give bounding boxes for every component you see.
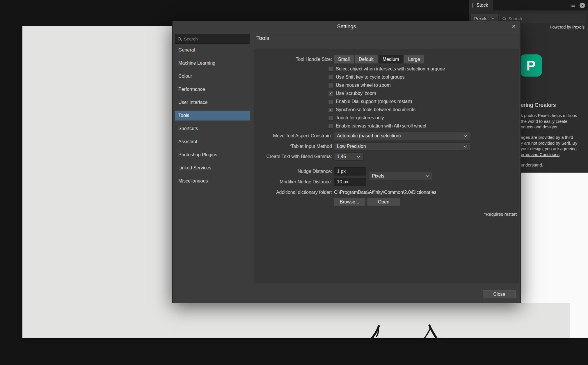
sidebar-item-photoshop-plugins[interactable]: Photoshop Plugins bbox=[175, 150, 250, 160]
sidebar-item-performance[interactable]: Performance bbox=[175, 84, 250, 94]
tool-handle-size-label: Tool Handle Size: bbox=[296, 55, 332, 63]
panel-drag-handle-icon: ∥ bbox=[472, 3, 474, 8]
open-button[interactable]: Open bbox=[367, 198, 400, 206]
stock-results-area-strip bbox=[570, 303, 588, 338]
nudge-distance-input[interactable] bbox=[334, 167, 366, 176]
dictionary-folder-label: Additional dictionary folder: bbox=[276, 188, 332, 196]
tools-checkbox-group: Select object when intersects with selec… bbox=[328, 65, 445, 130]
settings-search-box bbox=[175, 34, 250, 44]
chevron-down-icon bbox=[357, 155, 360, 158]
chevron-down-icon bbox=[463, 135, 467, 137]
checkbox-row: Touch for gestures only bbox=[328, 114, 445, 122]
dropdown-value: Automatic (based on selection) bbox=[337, 133, 401, 139]
settings-search-input[interactable] bbox=[183, 36, 247, 42]
sidebar-item-shortcuts[interactable]: Shortcuts bbox=[175, 124, 250, 134]
stock-info-line: oducts and designs. bbox=[521, 124, 577, 130]
settings-sidebar: General Machine Learning Colour Performa… bbox=[175, 34, 250, 189]
nudge-units-dropdown[interactable]: Pixels bbox=[369, 172, 432, 180]
sidebar-item-assistant[interactable]: Assistant bbox=[175, 137, 250, 147]
stock-info-paragraph-3: understand. bbox=[521, 162, 543, 168]
stock-info-line: y are not provided by Serif. By bbox=[521, 141, 577, 146]
checkbox-row: Enable Dial support (requires restart) bbox=[328, 98, 445, 106]
sidebar-item-tools[interactable]: Tools bbox=[175, 111, 250, 121]
dropdown-value: Pixels bbox=[372, 173, 384, 179]
sidebar-item-user-interface[interactable]: User Interface bbox=[175, 98, 250, 107]
sidebar-item-general[interactable]: General bbox=[175, 45, 250, 55]
checkbox-label: Enable canvas rotation with Alt+scroll w… bbox=[336, 123, 426, 129]
checkbox-mouse-wheel-zoom[interactable] bbox=[328, 83, 333, 88]
requires-restart-note: *Requires restart bbox=[484, 212, 517, 217]
panel-close-icon[interactable]: × bbox=[580, 3, 585, 8]
checkbox-label: Use Shift key to cycle tool groups bbox=[336, 75, 405, 80]
stock-info-paragraph-2: ages are provided by a third y are not p… bbox=[521, 135, 577, 157]
stock-info-paragraph-1: k photos Pexels helps millions the world… bbox=[521, 113, 577, 130]
checkbox-row: Enable canvas rotation with Alt+scroll w… bbox=[328, 122, 445, 130]
checkbox-label: Enable Dial support (requires restart) bbox=[336, 99, 412, 104]
checkbox-touch-gestures[interactable] bbox=[328, 116, 333, 121]
canvas-artwork bbox=[343, 297, 448, 346]
segment-default[interactable]: Default bbox=[355, 55, 378, 63]
checkbox-scrubby-zoom[interactable]: ✓ bbox=[328, 91, 333, 96]
pexels-logo: P bbox=[520, 54, 542, 77]
stock-info-heading: ering Creators bbox=[521, 102, 556, 108]
stock-tab[interactable]: ∥ Stock bbox=[469, 0, 493, 10]
sidebar-item-colour[interactable]: Colour bbox=[175, 71, 250, 81]
stock-info-line: k photos Pexels helps millions bbox=[521, 113, 577, 119]
powered-by-text: Powered by bbox=[550, 25, 571, 29]
settings-dialog: Settings × General Machine Learning Colo… bbox=[172, 21, 521, 303]
chevron-down-icon bbox=[463, 145, 467, 148]
stock-tab-label: Stock bbox=[477, 3, 488, 8]
search-icon bbox=[178, 37, 181, 40]
sidebar-item-miscellaneous[interactable]: Miscellaneous bbox=[175, 176, 250, 186]
chevron-down-icon bbox=[491, 17, 494, 20]
move-tool-aspect-label: Move Tool Aspect Constrain: bbox=[273, 132, 332, 140]
checkbox-label: Select object when intersects with selec… bbox=[336, 66, 445, 72]
dialog-close-icon[interactable]: × bbox=[510, 23, 518, 30]
dropdown-value: 1,45 bbox=[337, 154, 346, 159]
terms-and-conditions-link[interactable]: erms and Conditions bbox=[521, 152, 577, 158]
segment-large[interactable]: Large bbox=[404, 55, 424, 63]
checkbox-dial-support[interactable] bbox=[328, 99, 333, 104]
checkbox-row: Use mouse wheel to zoom bbox=[328, 81, 445, 89]
settings-nav: General Machine Learning Colour Performa… bbox=[175, 45, 250, 186]
pexels-link[interactable]: Pexels bbox=[572, 25, 585, 29]
section-heading: Tools bbox=[256, 35, 269, 41]
browse-button[interactable]: Browse... bbox=[334, 198, 365, 206]
close-button[interactable]: Close bbox=[483, 290, 516, 298]
powered-by-note: Powered by Pexels bbox=[550, 25, 585, 29]
checkbox-row: Select object when intersects with selec… bbox=[328, 65, 445, 73]
checkbox-canvas-rotation[interactable] bbox=[328, 124, 333, 129]
segment-medium[interactable]: Medium bbox=[379, 55, 403, 63]
panel-menu-icon[interactable]: ≡ bbox=[571, 0, 575, 10]
checkbox-label: Touch for gestures only bbox=[336, 115, 384, 121]
move-tool-aspect-dropdown[interactable]: Automatic (based on selection) bbox=[334, 132, 470, 140]
stock-info-line: the world to easily create bbox=[521, 119, 577, 125]
sidebar-item-machine-learning[interactable]: Machine Learning bbox=[175, 58, 250, 68]
checkbox-select-object[interactable] bbox=[328, 67, 333, 72]
checkbox-label: Synchronise tools between documents bbox=[336, 107, 415, 112]
stock-panel-titlebar: ∥ Stock ≡ × bbox=[469, 0, 588, 10]
stock-search-input[interactable] bbox=[508, 16, 582, 21]
search-icon bbox=[502, 17, 506, 20]
checkbox-label: Use 'scrubby' zoom bbox=[336, 91, 376, 96]
stock-results-area bbox=[521, 173, 588, 303]
blend-gamma-dropdown[interactable]: 1,45 bbox=[334, 153, 363, 161]
nudge-distance-label: Nudge Distance: bbox=[298, 167, 332, 176]
checkbox-label: Use mouse wheel to zoom bbox=[336, 83, 391, 88]
blend-gamma-label: Create Text with Blend Gamma: bbox=[266, 153, 332, 161]
tool-handle-size-segmented-control: Small Default Medium Large bbox=[334, 55, 424, 63]
pexels-logo-letter: P bbox=[526, 58, 536, 74]
stock-info-line: your design, you are agreeing bbox=[521, 146, 577, 152]
dropdown-value: Low Precision bbox=[337, 144, 366, 149]
stock-provider-label: Pexels bbox=[474, 16, 487, 21]
tablet-input-method-dropdown[interactable]: Low Precision bbox=[334, 142, 470, 150]
segment-small[interactable]: Small bbox=[334, 55, 354, 63]
checkbox-row: Use Shift key to cycle tool groups bbox=[328, 73, 445, 81]
modifier-nudge-distance-label: Modifier Nudge Distance: bbox=[280, 178, 332, 186]
modifier-nudge-distance-input[interactable] bbox=[334, 178, 366, 186]
sidebar-item-linked-services[interactable]: Linked Services bbox=[175, 163, 250, 173]
checkbox-row: ✓ Synchronise tools between documents bbox=[328, 106, 445, 114]
checkbox-synchronise-tools[interactable]: ✓ bbox=[328, 107, 333, 112]
checkbox-shift-cycle-tools[interactable] bbox=[328, 75, 333, 80]
dictionary-folder-path: C:\ProgramData\Affinity\Common\2.0\Dicti… bbox=[334, 188, 436, 196]
